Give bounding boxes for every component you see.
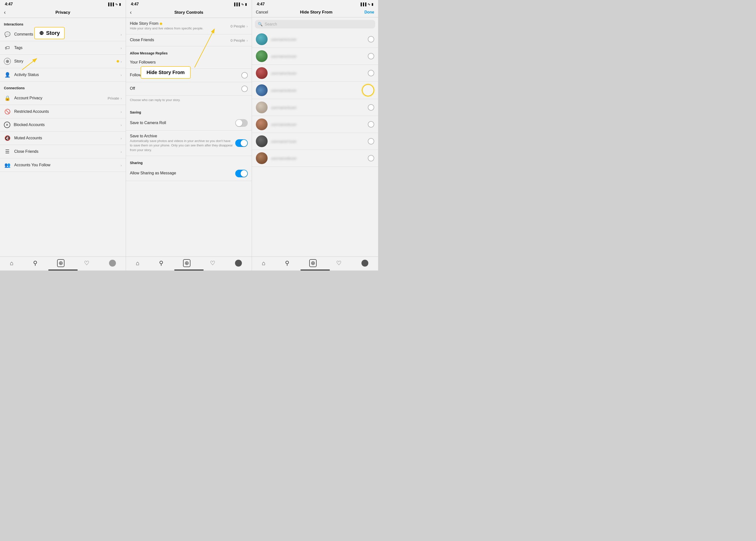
search-tab-1[interactable]: ⚲ (33, 260, 38, 267)
save-camera-roll-content: Save to Camera Roll (130, 121, 235, 126)
select-6[interactable] (368, 121, 374, 128)
user-item-7[interactable]: username7user (252, 133, 378, 150)
create-tab-1[interactable]: ⊕ (57, 259, 65, 267)
save-archive-toggle[interactable] (235, 139, 248, 147)
hide-story-from-item[interactable]: Hide Story From Hide your story and live… (126, 18, 252, 34)
home-indicator-1 (48, 270, 78, 270)
hide-story-content: Hide Story From Hide your story and live… (130, 21, 231, 31)
bottom-nav-3: ⌂ ⚲ ⊕ ♡ (252, 257, 378, 268)
wifi-icon: ∿ (115, 2, 118, 6)
account-privacy-item[interactable]: 🔒 Account Privacy Private › (0, 92, 126, 105)
story-controls-nav-header: ‹ Story Controls (126, 7, 252, 18)
user-item-1[interactable]: username1user (252, 31, 378, 48)
profile-tab-2[interactable] (235, 260, 242, 267)
accounts-you-follow-item[interactable]: 👥 Accounts You Follow › (0, 159, 126, 172)
done-button[interactable]: Done (365, 10, 374, 14)
tags-item[interactable]: 🏷 Tags › (0, 41, 126, 55)
avatar-3 (256, 67, 268, 79)
hide-story-panel-title: Hide Story From (300, 10, 332, 15)
search-bar[interactable]: 🔍 Search (255, 20, 375, 28)
choose-reply-hint: Choose who can reply to your story. (126, 96, 252, 106)
close-friends-control-chevron: › (247, 38, 248, 42)
select-4[interactable] (362, 84, 374, 96)
activity-tab-3[interactable]: ♡ (336, 260, 342, 267)
close-friends-item[interactable]: ☰ Close Friends › (0, 145, 126, 159)
saving-header: Saving (126, 106, 252, 116)
activity-tab-2[interactable]: ♡ (210, 260, 215, 267)
avatar-1 (256, 33, 268, 45)
user-item-6[interactable]: username6user (252, 116, 378, 133)
create-tab-3[interactable]: ⊕ (309, 259, 317, 267)
status-bar-1: 4:47 ▐▐▐ ∿ ▮ (0, 0, 126, 7)
save-archive-item[interactable]: Save to Archive Automatically save photo… (126, 131, 252, 156)
select-8[interactable] (368, 155, 374, 161)
select-1[interactable] (368, 36, 374, 42)
followers-follow-back-radio[interactable] (241, 72, 248, 79)
user-item-4[interactable]: username4user (252, 82, 378, 99)
activity-chevron: › (121, 73, 122, 77)
muted-accounts-item[interactable]: 🔇 Muted Accounts › (0, 132, 126, 145)
blocked-accounts-item[interactable]: ✕ Blocked Accounts › (0, 119, 126, 132)
interactions-section-header: Interactions (0, 18, 126, 28)
search-icon-1: ⚲ (33, 260, 38, 267)
tags-icon: 🏷 (4, 44, 11, 51)
heart-icon-3: ♡ (336, 260, 342, 267)
hide-story-value: 0 People (231, 24, 245, 28)
avatar-7 (256, 135, 268, 147)
privacy-title: Privacy (55, 10, 70, 15)
off-item[interactable]: Off (126, 82, 252, 96)
privacy-nav-header: ‹ Privacy (0, 7, 126, 18)
story-icon: ⊕ (4, 58, 11, 65)
search-icon-2: ⚲ (159, 260, 163, 267)
select-3[interactable] (368, 70, 374, 76)
user-item-8[interactable]: username8user (252, 150, 378, 167)
save-camera-roll-toggle[interactable] (235, 119, 248, 127)
heart-icon-2: ♡ (210, 260, 215, 267)
home-tab-3[interactable]: ⌂ (262, 260, 265, 267)
allow-sharing-item[interactable]: Allow Sharing as Message (126, 166, 252, 181)
story-item[interactable]: ⊕ Story › (0, 55, 126, 68)
select-7[interactable] (368, 138, 374, 145)
activity-status-item[interactable]: 👤 Activity Status › (0, 68, 126, 82)
search-tab-2[interactable]: ⚲ (159, 260, 163, 267)
save-archive-subtitle: Automatically save photos and videos in … (130, 139, 233, 152)
story-controls-panel: 4:47 ▐▐▐ ∿ ▮ ‹ Story Controls Hide Story… (126, 0, 252, 270)
home-tab-2[interactable]: ⌂ (136, 260, 139, 267)
back-button[interactable]: ‹ (4, 9, 6, 16)
status-bar-3: 4:47 ▐▐▐ ∿ ▮ (252, 0, 378, 7)
profile-tab-1[interactable] (109, 260, 116, 267)
comments-label: Comments (14, 32, 121, 37)
battery-icon: ▮ (119, 2, 121, 6)
create-icon-1: ⊕ (57, 259, 65, 267)
profile-tab-3[interactable] (362, 260, 368, 267)
restricted-label: Restricted Accounts (14, 109, 121, 114)
select-2[interactable] (368, 53, 374, 59)
story-controls-back[interactable]: ‹ (130, 9, 131, 16)
cancel-button[interactable]: Cancel (256, 10, 268, 14)
home-indicator-2 (174, 270, 204, 270)
restricted-accounts-item[interactable]: 🚫 Restricted Accounts › (0, 105, 126, 119)
hide-story-dot (160, 23, 162, 25)
home-indicator-3 (301, 270, 330, 270)
off-radio[interactable] (241, 86, 248, 92)
search-tab-3[interactable]: ⚲ (285, 260, 289, 267)
close-friends-control-item[interactable]: Close Friends 0 People › (126, 34, 252, 46)
user-item-2[interactable]: username2user (252, 48, 378, 65)
time-3: 4:47 (257, 2, 265, 6)
search-icon-3: 🔍 (258, 22, 263, 27)
user-item-3[interactable]: username3user (252, 65, 378, 82)
select-5[interactable] (368, 104, 374, 111)
muted-icon: 🔇 (4, 135, 11, 142)
home-tab-1[interactable]: ⌂ (10, 260, 13, 267)
avatar-2 (256, 50, 268, 62)
allow-sharing-toggle[interactable] (235, 170, 248, 177)
save-camera-roll-item[interactable]: Save to Camera Roll (126, 116, 252, 131)
close-friends-label: Close Friends (14, 149, 121, 154)
bottom-nav-1: ⌂ ⚲ ⊕ ♡ (0, 257, 126, 268)
activity-tab-1[interactable]: ♡ (84, 260, 90, 267)
story-dot (117, 60, 119, 63)
user-item-5[interactable]: username5user (252, 99, 378, 116)
signal-icon-2: ▐▐▐ (233, 2, 240, 6)
create-tab-2[interactable]: ⊕ (183, 259, 190, 267)
follow-icon: 👥 (4, 162, 11, 169)
